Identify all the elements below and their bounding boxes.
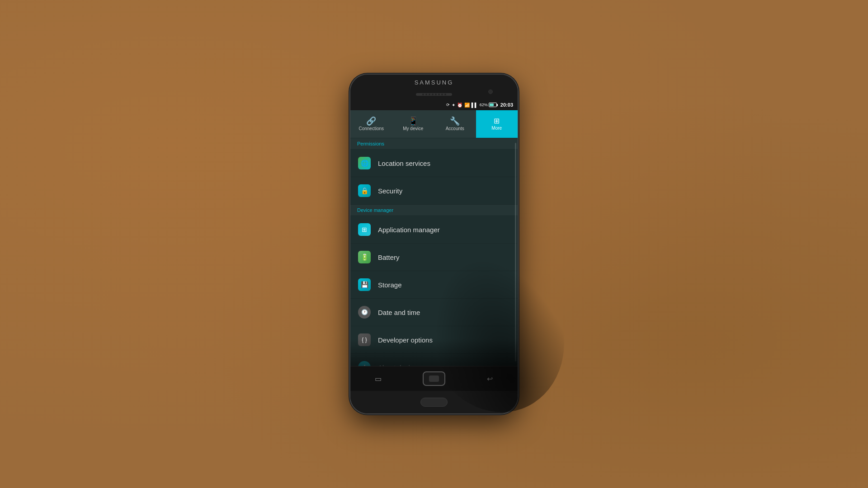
- list-item-location-services[interactable]: 🌐 Location services: [350, 150, 518, 177]
- recent-apps-button[interactable]: ▭: [367, 371, 390, 387]
- samsung-logo: SAMSUNG: [415, 79, 454, 86]
- my-device-label: My device: [403, 126, 423, 131]
- connections-icon: 🔗: [366, 117, 376, 125]
- tab-connections[interactable]: 🔗 Connections: [350, 110, 392, 138]
- settings-list: Permissions 🌐 Location services 🔒 Securi…: [350, 138, 518, 366]
- developer-options-icon-container: { }: [357, 333, 372, 347]
- accounts-label: Accounts: [446, 126, 464, 131]
- battery-tip: [497, 104, 498, 106]
- status-bar: ⟳ ✦ ⏰ 📶 ▌▌ 62% 20:03: [350, 99, 518, 110]
- recent-apps-icon: ▭: [375, 375, 382, 383]
- wifi-icon: 📶: [464, 103, 470, 108]
- location-services-label: Location services: [378, 160, 430, 167]
- list-item-storage[interactable]: 💾 Storage: [350, 271, 518, 299]
- battery-label: Battery: [378, 253, 400, 261]
- battery-box: [489, 103, 497, 107]
- app-manager-icon: ⊞: [358, 223, 371, 236]
- list-item-date-and-time[interactable]: 🕐 Date and time: [350, 299, 518, 326]
- tab-my-device[interactable]: 📱 My device: [392, 110, 434, 138]
- list-item-developer-options[interactable]: { } Developer options: [350, 326, 518, 354]
- physical-home-button[interactable]: [420, 398, 448, 407]
- more-label: More: [491, 126, 502, 131]
- phone-body: SAMSUNG ⟳ ✦ ⏰ 📶: [350, 75, 518, 413]
- app-manager-icon-container: ⊞: [357, 222, 372, 237]
- status-time: 20:03: [500, 102, 513, 108]
- storage-icon-container: 💾: [357, 277, 372, 292]
- battery-percent-label: 62%: [480, 103, 488, 107]
- date-and-time-label: Date and time: [378, 309, 420, 316]
- location-services-icon-container: 🌐: [357, 156, 372, 170]
- home-button[interactable]: [423, 371, 445, 386]
- application-manager-label: Application manager: [378, 226, 440, 234]
- section-permissions-header: Permissions: [350, 138, 518, 150]
- list-item-security[interactable]: 🔒 Security: [350, 177, 518, 205]
- front-camera: [488, 89, 493, 94]
- developer-options-label: Developer options: [378, 336, 433, 344]
- about-device-icon-container: ℹ: [357, 360, 372, 366]
- bottom-bezel: [350, 391, 518, 413]
- about-device-label: About device: [378, 364, 417, 366]
- more-icon: ⊞: [494, 117, 500, 125]
- phone-container: SAMSUNG ⟳ ✦ ⏰ 📶: [350, 75, 518, 413]
- section-device-manager-header: Device manager: [350, 205, 518, 216]
- security-icon-container: 🔒: [357, 183, 372, 198]
- list-item-application-manager[interactable]: ⊞ Application manager: [350, 216, 518, 244]
- screen-rotation-icon: ⟳: [446, 103, 450, 107]
- tab-more[interactable]: ⊞ More: [476, 110, 518, 138]
- datetime-icon-container: 🕐: [357, 305, 372, 319]
- datetime-icon: 🕐: [358, 306, 371, 319]
- tab-accounts[interactable]: 🔧 Accounts: [434, 110, 476, 138]
- connections-label: Connections: [359, 126, 384, 131]
- screen: ⟳ ✦ ⏰ 📶 ▌▌ 62% 20:03: [350, 99, 518, 391]
- battery-fill: [490, 103, 494, 106]
- home-icon: [429, 375, 439, 382]
- bottom-nav-bar: ▭ ↩: [350, 366, 518, 391]
- back-button[interactable]: ↩: [478, 371, 501, 387]
- speaker-grill: [416, 93, 452, 96]
- location-icon: 🌐: [358, 157, 371, 169]
- status-icons: ⟳ ✦ ⏰ 📶 ▌▌ 62% 20:03: [446, 102, 513, 108]
- list-item-about-device[interactable]: ℹ About device: [350, 354, 518, 366]
- accounts-icon: 🔧: [450, 117, 460, 125]
- battery-status: 62%: [480, 103, 497, 107]
- list-item-battery[interactable]: 🔋 Battery: [350, 244, 518, 271]
- developer-icon: { }: [358, 333, 371, 346]
- security-icon: 🔒: [358, 184, 371, 197]
- alarm-icon: ⏰: [457, 103, 462, 108]
- signal-icon: ▌▌: [472, 103, 478, 108]
- battery-icon: 🔋: [358, 251, 371, 263]
- about-device-icon: ℹ: [358, 361, 371, 366]
- storage-icon: 💾: [358, 278, 371, 291]
- security-label: Security: [378, 187, 402, 195]
- storage-label: Storage: [378, 281, 402, 289]
- bluetooth-icon: ✦: [452, 103, 455, 108]
- tab-bar: 🔗 Connections 📱 My device 🔧 Accounts ⊞ M…: [350, 110, 518, 138]
- battery-icon-container: 🔋: [357, 250, 372, 264]
- my-device-icon: 📱: [408, 117, 418, 125]
- back-icon: ↩: [487, 375, 493, 383]
- top-bezel: SAMSUNG: [350, 75, 518, 99]
- scroll-indicator: [515, 143, 516, 361]
